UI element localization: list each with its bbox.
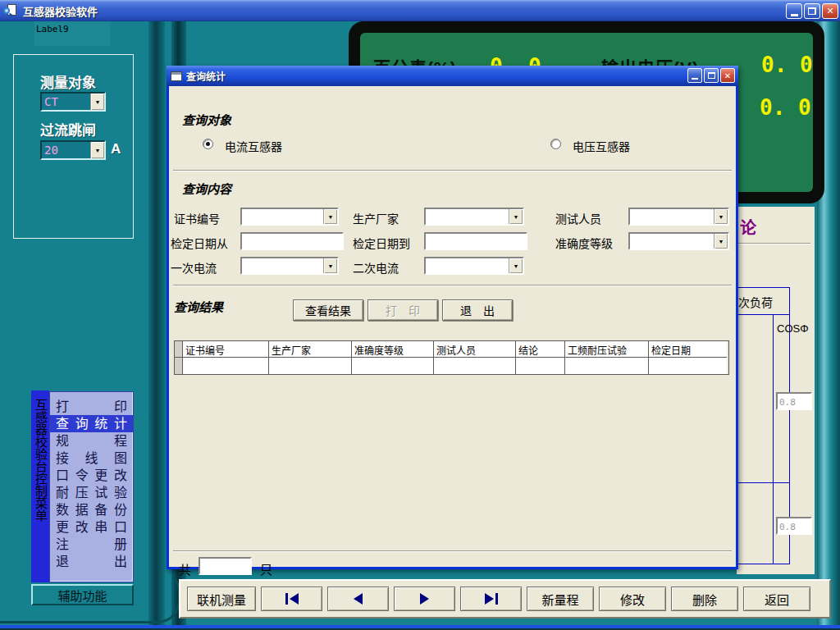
- overcurrent-trip-combo[interactable]: 20 ▼: [40, 140, 106, 160]
- radio-voltage-transformer-label[interactable]: 电压互感器: [573, 138, 630, 154]
- radio-current-transformer-label[interactable]: 电流互感器: [225, 138, 282, 154]
- measure-object-value: CT: [42, 94, 90, 110]
- restore-button[interactable]: [804, 3, 820, 19]
- table-cell: [434, 358, 516, 374]
- minimize-button[interactable]: [786, 3, 802, 19]
- menu-item-regulations[interactable]: 规程: [50, 432, 133, 450]
- nav-prev-icon: [354, 593, 363, 605]
- primary-current-value: [242, 258, 323, 273]
- nav-next-icon: [420, 593, 429, 605]
- application-window: Label9 百分表(%) 0. 0 输出电压(V) 0. 0 0. 0 论 次…: [0, 0, 840, 630]
- dialog-close-button[interactable]: ✕: [720, 68, 735, 83]
- cos-phi-input-1[interactable]: [776, 392, 812, 410]
- dialog-maximize-button[interactable]: [704, 68, 719, 83]
- nav-next-button[interactable]: [394, 587, 455, 611]
- measurement-panel: 测量对象 CT ▼ 过流跳闸 20 ▼ A: [13, 54, 134, 239]
- close-button[interactable]: ✕: [822, 3, 838, 19]
- header-cell-date[interactable]: 检定日期: [649, 341, 727, 358]
- dropdown-arrow-icon[interactable]: ▼: [714, 209, 728, 224]
- main-titlebar[interactable]: 互感器校验软件 ✕: [0, 0, 840, 21]
- ampere-unit-label: A: [111, 141, 121, 158]
- overcurrent-trip-value: 20: [42, 142, 90, 158]
- menu-item-register[interactable]: 注册: [50, 536, 133, 553]
- primary-current-combo[interactable]: ▼: [240, 257, 339, 275]
- exit-button[interactable]: 退 出: [442, 299, 513, 321]
- measure-object-combo[interactable]: CT ▼: [40, 92, 106, 112]
- nav-prev-button[interactable]: [327, 587, 389, 611]
- menu-item-serial-port[interactable]: 更改串口: [50, 518, 133, 536]
- header-cell-tester[interactable]: 测试人员: [434, 341, 516, 358]
- dialog-minimize-button[interactable]: [687, 68, 702, 83]
- online-measure-button[interactable]: 联机测量: [187, 587, 256, 611]
- cos-phi-input-2[interactable]: [776, 517, 812, 535]
- header-cell-cert-no[interactable]: 证书编号: [183, 341, 269, 358]
- tester-combo[interactable]: ▼: [628, 208, 729, 226]
- menu-vertical-title-strip: 互感器校验台控制菜单: [31, 390, 49, 582]
- radio-current-transformer[interactable]: [203, 139, 213, 149]
- close-icon: ✕: [826, 6, 833, 16]
- bottom-toolbar: 联机测量 新量程 修改 删除 返回: [179, 579, 831, 619]
- delete-button[interactable]: 删除: [671, 587, 738, 611]
- secondary-current-combo[interactable]: ▼: [424, 257, 524, 275]
- manufacturer-combo[interactable]: ▼: [424, 208, 524, 226]
- header-cell-accuracy[interactable]: 准确度等级: [352, 341, 434, 358]
- menu-item-withstand-test[interactable]: 耐压试验: [50, 484, 133, 501]
- maximize-icon: [708, 72, 715, 79]
- menu-item-wiring-diagram[interactable]: 接线图: [50, 450, 133, 467]
- output-voltage-value: 0. 0: [761, 52, 813, 77]
- nav-last-button[interactable]: [460, 587, 522, 611]
- new-range-button[interactable]: 新量程: [527, 587, 594, 611]
- menu-item-data-backup[interactable]: 数据备份: [50, 501, 133, 518]
- tester-label: 测试人员: [555, 210, 601, 226]
- result-table-empty-row: [175, 358, 728, 374]
- dropdown-arrow-icon[interactable]: ▼: [323, 209, 337, 224]
- dialog-titlebar[interactable]: 查询统计 ✕: [167, 66, 738, 86]
- dropdown-arrow-icon[interactable]: ▼: [90, 94, 104, 110]
- query-stats-dialog: 查询统计 ✕ 查询对象 电流互感器 电压互感器 查询内容 证书编号 ▼ 生产厂家: [167, 66, 738, 569]
- print-button: 打 印: [368, 299, 438, 321]
- header-cell-selector: [175, 341, 183, 358]
- dialog-title: 查询统计: [186, 69, 226, 83]
- date-to-input[interactable]: [424, 232, 527, 250]
- nav-first-icon: [290, 593, 299, 605]
- dropdown-arrow-icon[interactable]: ▼: [90, 142, 104, 158]
- radio-voltage-transformer[interactable]: [550, 139, 561, 149]
- menu-item-print[interactable]: 打印: [50, 398, 133, 415]
- aux-function-button[interactable]: 辅助功能: [31, 584, 134, 605]
- query-object-heading: 查询对象: [182, 111, 231, 128]
- date-from-input[interactable]: [240, 232, 344, 250]
- menu-item-password-change[interactable]: 口令更改: [50, 467, 133, 484]
- minimize-icon: [791, 14, 798, 16]
- conclusion-text: 论: [740, 215, 756, 239]
- view-result-button[interactable]: 查看结果: [293, 299, 363, 321]
- header-cell-withstand[interactable]: 工频耐压试验: [565, 341, 649, 358]
- back-button[interactable]: 返回: [743, 587, 810, 611]
- dropdown-arrow-icon[interactable]: ▼: [509, 209, 523, 224]
- nav-first-button[interactable]: [261, 587, 322, 611]
- nav-last-icon: [495, 593, 498, 605]
- primary-current-label: 一次电流: [171, 259, 217, 276]
- header-cell-conclusion[interactable]: 结论: [516, 341, 565, 358]
- dropdown-arrow-icon[interactable]: ▼: [714, 234, 728, 249]
- header-cell-manufacturer[interactable]: 生产厂家: [269, 341, 352, 358]
- menu-item-exit[interactable]: 退出: [50, 553, 133, 570]
- table-cell: [269, 358, 352, 374]
- close-icon: ✕: [724, 71, 731, 80]
- menu-item-query-stats[interactable]: 查询统计: [50, 415, 133, 432]
- result-table: 证书编号 生产厂家 准确度等级 测试人员 结论 工频耐压试验 检定日期: [174, 340, 729, 375]
- total-label: 共: [179, 560, 191, 578]
- app-icon: [3, 3, 18, 18]
- date-to-label: 检定日期到: [353, 235, 410, 251]
- dropdown-arrow-icon[interactable]: ▼: [509, 258, 523, 273]
- modify-button[interactable]: 修改: [599, 587, 666, 611]
- accuracy-combo[interactable]: ▼: [628, 232, 729, 250]
- overcurrent-trip-label: 过流跳闸: [40, 119, 96, 139]
- dropdown-arrow-icon[interactable]: ▼: [323, 258, 337, 273]
- total-count-input[interactable]: [199, 557, 252, 575]
- cert-no-combo[interactable]: ▼: [240, 208, 339, 226]
- query-result-heading: 查询结果: [174, 298, 223, 315]
- secondary-current-value: [426, 258, 509, 273]
- divider: [173, 285, 732, 285]
- dialog-client-area: 查询对象 电流互感器 电压互感器 查询内容 证书编号 ▼ 生产厂家 ▼ 测试人员…: [167, 86, 738, 567]
- cert-no-value: [242, 209, 323, 224]
